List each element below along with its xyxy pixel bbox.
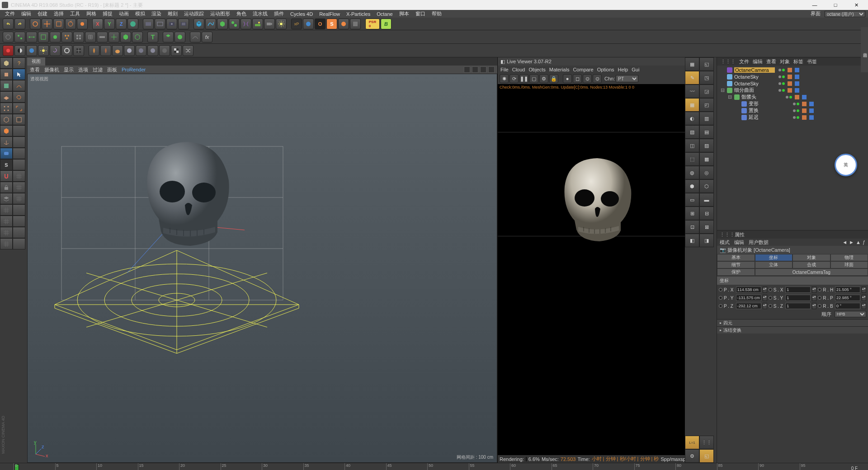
- sp-9[interactable]: ◐: [685, 112, 699, 125]
- lv-help[interactable]: Help: [618, 67, 628, 72]
- vp-nav-2[interactable]: [472, 66, 478, 73]
- viewport-3d[interactable]: 透视视图: [27, 74, 497, 463]
- tool2-3[interactable]: [26, 32, 37, 42]
- attr-nav-up[interactable]: ▲: [856, 240, 861, 245]
- vp-nav-3[interactable]: [480, 66, 486, 73]
- maximize-button[interactable]: □: [826, 0, 845, 9]
- snap-tool[interactable]: S: [0, 159, 13, 170]
- mode-edges[interactable]: [0, 114, 13, 125]
- tool2-14[interactable]: [163, 32, 174, 42]
- menu-render[interactable]: 渲染: [149, 10, 164, 17]
- wp-grid10[interactable]: [0, 238, 13, 249]
- sp-28[interactable]: ◨: [699, 234, 714, 247]
- attr-nav-back[interactable]: ◄: [842, 240, 847, 245]
- tool2-15[interactable]: [175, 32, 185, 42]
- menu-octane[interactable]: Octane: [374, 11, 395, 17]
- px-input[interactable]: [736, 287, 761, 293]
- snap-tool2[interactable]: [13, 159, 25, 170]
- octane-s-button[interactable]: S: [326, 19, 337, 29]
- ring1-button[interactable]: [61, 45, 72, 56]
- sp-15[interactable]: ⬚: [685, 152, 699, 166]
- light-button[interactable]: [276, 19, 287, 29]
- vp-panel[interactable]: 面板: [107, 66, 117, 73]
- sphere4-button[interactable]: [147, 45, 158, 56]
- menu-character[interactable]: 角色: [234, 10, 249, 17]
- vp-options[interactable]: 选项: [78, 66, 88, 73]
- octane-o-button[interactable]: O: [315, 19, 326, 29]
- lv-gui[interactable]: Gui: [632, 67, 639, 72]
- vp-prorender[interactable]: ProRender: [122, 67, 146, 72]
- close-button[interactable]: ✕: [846, 0, 866, 9]
- menu-snap[interactable]: 捕捉: [100, 10, 115, 17]
- sp-grip[interactable]: ⋮⋮: [699, 436, 714, 449]
- menu-mograph[interactable]: 运动图形: [208, 10, 232, 17]
- vp-nav-1[interactable]: [464, 66, 470, 73]
- menu-window[interactable]: 窗口: [413, 10, 428, 17]
- sphere1-button[interactable]: [26, 45, 37, 56]
- object-row[interactable]: OctaneSky: [718, 80, 867, 87]
- sphere3-button[interactable]: [136, 45, 146, 56]
- generator-button[interactable]: [229, 19, 240, 29]
- attr-nav-fwd[interactable]: ►: [849, 240, 854, 245]
- lv-lock-icon[interactable]: 🔒: [549, 74, 558, 83]
- mode-poly[interactable]: [13, 114, 25, 125]
- sp-18[interactable]: ◎: [699, 166, 714, 179]
- sp-20[interactable]: ⬡: [699, 179, 714, 193]
- rp-input[interactable]: [835, 295, 860, 301]
- tab-octanetag[interactable]: OctaneCameraTag: [755, 268, 868, 276]
- wp-grid11[interactable]: [13, 238, 25, 249]
- tool2-16[interactable]: [190, 32, 201, 42]
- arrow-tool[interactable]: [13, 69, 25, 80]
- wp-grid8[interactable]: [0, 227, 13, 238]
- sp-21[interactable]: ▭: [685, 193, 699, 207]
- wp-grid5[interactable]: [13, 204, 25, 216]
- menu-help[interactable]: 帮助: [429, 10, 444, 17]
- rf-button[interactable]: [303, 19, 314, 29]
- menu-simulate[interactable]: 模拟: [133, 10, 147, 17]
- wp-grid6[interactable]: [0, 216, 13, 227]
- rec-button[interactable]: [3, 45, 14, 56]
- object-row[interactable]: OctaneSky: [718, 73, 867, 80]
- last-tool-button[interactable]: [77, 19, 88, 29]
- vp-view[interactable]: 查看: [30, 66, 40, 73]
- sp-cube[interactable]: ◱: [699, 449, 714, 463]
- deformer-button[interactable]: [241, 19, 251, 29]
- world-button[interactable]: [127, 19, 138, 29]
- menu-tools[interactable]: 工具: [68, 10, 82, 17]
- om-file[interactable]: 文件: [739, 58, 749, 65]
- lv-pin2-icon[interactable]: ⊙: [593, 74, 602, 83]
- viewport-tab[interactable]: 视图: [27, 57, 45, 66]
- environment-button[interactable]: [252, 19, 263, 29]
- scale-button[interactable]: [53, 19, 64, 29]
- wp-grid2[interactable]: [13, 182, 25, 193]
- psr-button[interactable]: PSR0: [365, 19, 380, 29]
- tool2-11[interactable]: [120, 32, 131, 42]
- tool2-12[interactable]: [132, 32, 143, 42]
- sphere5-button[interactable]: [159, 45, 170, 56]
- checker-button[interactable]: [171, 45, 182, 56]
- minimize-button[interactable]: —: [805, 0, 825, 9]
- tool2-8[interactable]: [85, 32, 96, 42]
- mode-uv[interactable]: [0, 125, 13, 136]
- om-edit[interactable]: 编辑: [753, 58, 763, 65]
- camera-button[interactable]: [264, 19, 275, 29]
- lv-gear-icon[interactable]: ⚙: [539, 74, 548, 83]
- wp-grid3[interactable]: [13, 193, 25, 204]
- menu-edit[interactable]: 编辑: [19, 10, 33, 17]
- grid1-button[interactable]: [73, 45, 84, 56]
- object-row[interactable]: 置换: [718, 107, 867, 114]
- attr-fn[interactable]: ƒ: [863, 240, 865, 245]
- object-tree[interactable]: OctaneCameraOctaneSkyOctaneSky⊟细分曲面⊟骷髅头变…: [717, 66, 868, 230]
- layout-select[interactable]: octane (用户): [825, 11, 865, 17]
- tab-object[interactable]: 对象: [793, 254, 830, 261]
- pyro2-button[interactable]: [100, 45, 111, 56]
- shuffle-button[interactable]: [183, 45, 193, 56]
- om-tags[interactable]: 标签: [793, 58, 803, 65]
- sx-input[interactable]: [785, 287, 811, 293]
- lv-refresh-icon[interactable]: ⟳: [509, 74, 519, 83]
- sp-7[interactable]: ▦: [685, 98, 699, 112]
- om-view[interactable]: 查看: [766, 58, 776, 65]
- move-button[interactable]: [42, 19, 52, 29]
- attr-mode[interactable]: 模式: [720, 239, 730, 246]
- viewport-tool2[interactable]: [13, 148, 25, 159]
